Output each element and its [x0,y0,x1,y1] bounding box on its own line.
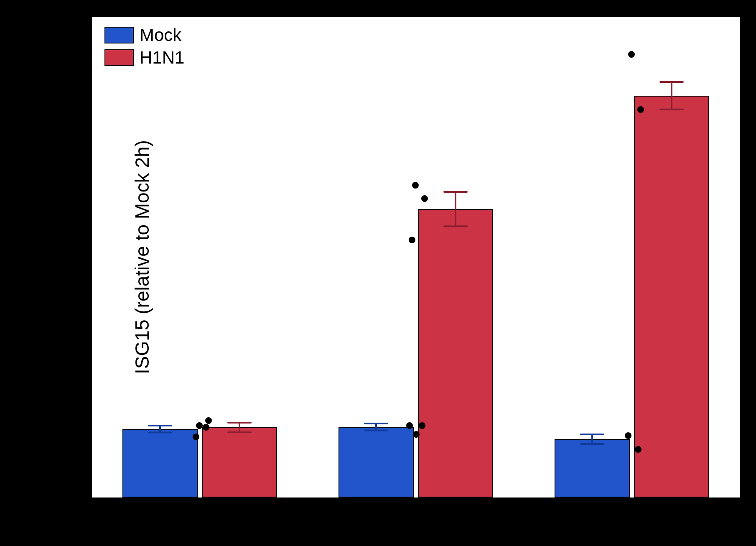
y-axis-line [91,17,92,499]
data-point [628,51,635,58]
legend-item-h1n1: H1N1 [104,48,184,68]
data-point [413,431,420,438]
y-tick [86,85,92,86]
y-tick [86,291,92,292]
x-tick-label: 2h [190,506,210,526]
data-point [205,417,212,424]
figure-canvas: ISG15 (relative to Mock 2h) Mock H1N1 01… [0,0,756,546]
y-axis-label: ISG15 (relative to Mock 2h) [131,140,153,374]
bar-h1n1-24h [634,96,709,498]
y-tick-label: 4 [54,214,84,232]
legend-label-mock: Mock [140,25,181,45]
y-tick-label: 3 [54,283,84,301]
bar-h1n1-2h [202,427,277,498]
data-point [625,432,631,439]
data-point [637,106,644,113]
x-tick [631,498,633,503]
data-point [406,422,413,429]
y-tick [86,360,92,361]
data-point [419,422,425,429]
data-point [203,424,209,431]
data-point [193,434,199,440]
y-tick-label: 1 [54,420,84,438]
y-tick [86,429,92,430]
y-tick-label: 5 [54,145,84,163]
x-tick-label: 24h [617,506,647,526]
y-tick-label: 6 [54,77,84,94]
legend-item-mock: Mock [104,25,184,45]
x-tick-label: 8h [406,506,426,526]
y-tick-label: 2 [54,351,84,369]
x-tick [199,498,201,503]
legend-swatch-mock [104,27,134,43]
bar-mock-8h [339,427,414,498]
legend-swatch-h1n1 [104,49,134,66]
bar-h1n1-8h [418,209,493,498]
bar-mock-24h [555,439,630,498]
x-tick [415,498,417,503]
legend: Mock H1N1 [104,25,184,70]
y-tick-label: 0 [54,489,84,507]
y-tick [86,154,92,155]
y-tick [86,497,92,498]
y-tick [86,222,92,224]
data-point [196,422,203,429]
legend-label-h1n1: H1N1 [140,48,184,68]
data-point [412,182,419,189]
data-point [409,237,415,243]
data-point [421,195,428,202]
bar-mock-2h [122,429,198,498]
data-point [635,446,641,453]
y-axis-label-text: ISG15 (relative to Mock 2h) [131,140,153,374]
